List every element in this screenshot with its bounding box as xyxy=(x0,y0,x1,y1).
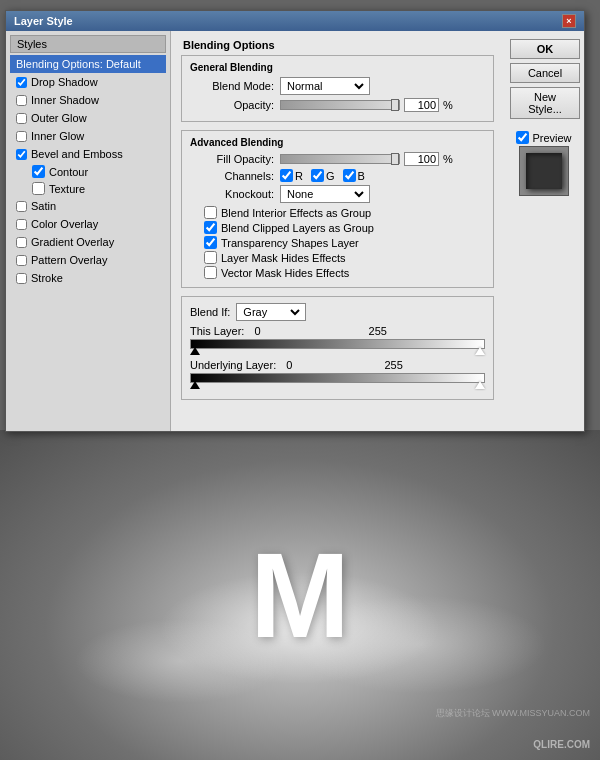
layer-item-texture[interactable]: Texture xyxy=(10,180,166,197)
layer-item-stroke[interactable]: Stroke xyxy=(10,269,166,287)
layer-item-contour[interactable]: Contour xyxy=(10,163,166,180)
outer-glow-label: Outer Glow xyxy=(31,112,87,124)
underlying-layer-handles xyxy=(190,381,485,389)
blend-if-label: Blend If: xyxy=(190,306,230,318)
blending-options-title: Blending Options xyxy=(181,39,494,51)
fill-opacity-row: Fill Opacity: % xyxy=(190,152,485,166)
this-layer-handle-left[interactable] xyxy=(190,347,200,355)
cancel-button[interactable]: Cancel xyxy=(510,63,580,83)
channel-g-label: G xyxy=(326,170,335,182)
cb2-row: Blend Clipped Layers as Group xyxy=(190,221,485,234)
underlying-handle-right[interactable] xyxy=(475,381,485,389)
layer-item-bevel-emboss[interactable]: Bevel and Emboss xyxy=(10,145,166,163)
texture-label: Texture xyxy=(49,183,85,195)
opacity-label: Opacity: xyxy=(190,99,280,111)
fill-opacity-slider-container: % xyxy=(280,152,453,166)
layer-item-drop-shadow[interactable]: Drop Shadow xyxy=(10,73,166,91)
outer-glow-checkbox[interactable] xyxy=(16,113,27,124)
channels-row: Channels: R G B xyxy=(190,169,485,182)
knockout-label: Knockout: xyxy=(190,188,280,200)
gradient-overlay-label: Gradient Overlay xyxy=(31,236,114,248)
blend-if-section: Blend If: Gray Red Green Blue This Layer… xyxy=(181,296,494,400)
new-style-button[interactable]: New Style... xyxy=(510,87,580,119)
fill-opacity-label: Fill Opacity: xyxy=(190,153,280,165)
watermark-1: 思缘设计论坛 WWW.MISSYUAN.COM xyxy=(436,707,591,720)
blend-interior-checkbox[interactable] xyxy=(204,206,217,219)
layer-item-color-overlay[interactable]: Color Overlay xyxy=(10,215,166,233)
contour-checkbox[interactable] xyxy=(32,165,45,178)
channel-b-checkbox[interactable] xyxy=(343,169,356,182)
layer-item-gradient-overlay[interactable]: Gradient Overlay xyxy=(10,233,166,251)
preview-inner xyxy=(526,153,562,189)
channel-g-checkbox[interactable] xyxy=(311,169,324,182)
close-button[interactable]: × xyxy=(562,14,576,28)
blend-clipped-checkbox[interactable] xyxy=(204,221,217,234)
layer-item-inner-shadow[interactable]: Inner Shadow xyxy=(10,91,166,109)
color-overlay-label: Color Overlay xyxy=(31,218,98,230)
blend-if-select-container[interactable]: Gray Red Green Blue xyxy=(236,303,306,321)
layer-item-blending-options[interactable]: Blending Options: Default xyxy=(10,55,166,73)
general-blending-title: General Blending xyxy=(190,62,485,73)
preview-area: Preview xyxy=(510,131,578,196)
channel-r-checkbox[interactable] xyxy=(280,169,293,182)
blend-interior-label: Blend Interior Effects as Group xyxy=(221,207,371,219)
stroke-label: Stroke xyxy=(31,272,63,284)
cb5-row: Vector Mask Hides Effects xyxy=(190,266,485,279)
layer-item-inner-glow[interactable]: Inner Glow xyxy=(10,127,166,145)
advanced-blending-title: Advanced Blending xyxy=(190,137,485,148)
color-overlay-checkbox[interactable] xyxy=(16,219,27,230)
inner-shadow-checkbox[interactable] xyxy=(16,95,27,106)
advanced-blending-section: Advanced Blending Fill Opacity: % Channe… xyxy=(181,130,494,288)
watermark-2: QLIRE.COM xyxy=(533,739,590,750)
knockout-row: Knockout: None Shallow Deep xyxy=(190,185,485,203)
blending-options-label: Blending Options: Default xyxy=(16,58,141,70)
blend-if-select[interactable]: Gray Red Green Blue xyxy=(239,305,303,319)
layer-style-dialog: Layer Style × Styles Blending Options: D… xyxy=(5,10,585,432)
this-layer-min: 0 xyxy=(254,325,260,337)
blend-mode-label: Blend Mode: xyxy=(190,80,280,92)
blend-mode-row: Blend Mode: Normal Dissolve Multiply Scr… xyxy=(190,77,485,95)
this-layer-track xyxy=(190,339,485,353)
drop-shadow-checkbox[interactable] xyxy=(16,77,27,88)
opacity-input[interactable] xyxy=(404,98,439,112)
blend-mode-select[interactable]: Normal Dissolve Multiply Screen Overlay xyxy=(283,79,367,93)
background-canvas: M 思缘设计论坛 WWW.MISSYUAN.COM QLIRE.COM xyxy=(0,430,600,760)
underlying-handle-left[interactable] xyxy=(190,381,200,389)
left-panel: Styles Blending Options: Default Drop Sh… xyxy=(6,31,171,431)
general-blending-section: General Blending Blend Mode: Normal Diss… xyxy=(181,55,494,122)
knockout-select[interactable]: None Shallow Deep xyxy=(283,187,367,201)
this-layer-handle-right[interactable] xyxy=(475,347,485,355)
vector-mask-hides-checkbox[interactable] xyxy=(204,266,217,279)
inner-shadow-label: Inner Shadow xyxy=(31,94,99,106)
styles-header[interactable]: Styles xyxy=(10,35,166,53)
channel-r-label: R xyxy=(295,170,303,182)
knockout-select-container[interactable]: None Shallow Deep xyxy=(280,185,370,203)
channels-checkboxes: R G B xyxy=(280,169,365,182)
inner-glow-checkbox[interactable] xyxy=(16,131,27,142)
fill-opacity-input[interactable] xyxy=(404,152,439,166)
layer-item-satin[interactable]: Satin xyxy=(10,197,166,215)
ok-button[interactable]: OK xyxy=(510,39,580,59)
layer-item-outer-glow[interactable]: Outer Glow xyxy=(10,109,166,127)
bevel-emboss-checkbox[interactable] xyxy=(16,149,27,160)
transparency-shapes-checkbox[interactable] xyxy=(204,236,217,249)
texture-checkbox[interactable] xyxy=(32,182,45,195)
satin-label: Satin xyxy=(31,200,56,212)
blend-mode-select-container[interactable]: Normal Dissolve Multiply Screen Overlay xyxy=(280,77,370,95)
gradient-overlay-checkbox[interactable] xyxy=(16,237,27,248)
channel-r-item: R xyxy=(280,169,303,182)
blend-if-row: Blend If: Gray Red Green Blue xyxy=(190,303,485,321)
bevel-emboss-label: Bevel and Emboss xyxy=(31,148,123,160)
opacity-slider[interactable] xyxy=(280,100,400,110)
pattern-overlay-checkbox[interactable] xyxy=(16,255,27,266)
stroke-checkbox[interactable] xyxy=(16,273,27,284)
satin-checkbox[interactable] xyxy=(16,201,27,212)
preview-checkbox-row: Preview xyxy=(516,131,571,144)
layer-item-pattern-overlay[interactable]: Pattern Overlay xyxy=(10,251,166,269)
layer-mask-hides-checkbox[interactable] xyxy=(204,251,217,264)
blend-clipped-label: Blend Clipped Layers as Group xyxy=(221,222,374,234)
contour-label: Contour xyxy=(49,166,88,178)
underlying-layer-slider-row: Underlying Layer: 0 255 xyxy=(190,359,485,387)
preview-checkbox[interactable] xyxy=(516,131,529,144)
fill-opacity-slider[interactable] xyxy=(280,154,400,164)
